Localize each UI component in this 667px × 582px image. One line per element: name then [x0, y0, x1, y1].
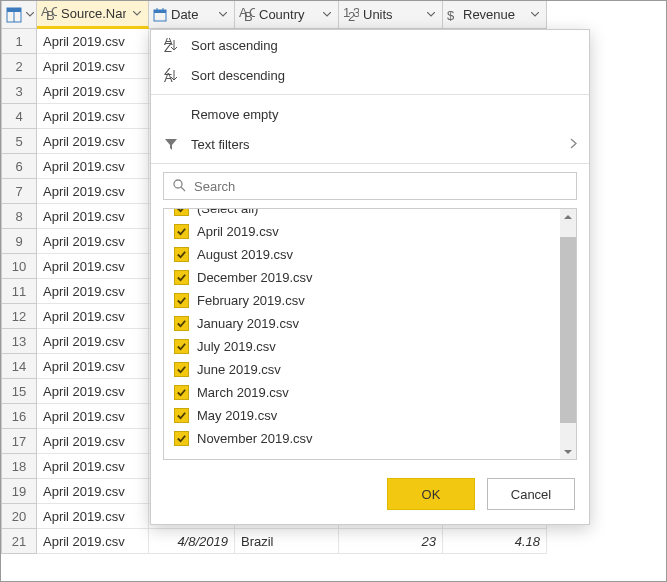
row-number[interactable]: 9 — [1, 229, 37, 254]
sort-descending[interactable]: ZA Sort descending — [151, 60, 589, 90]
column-header-date[interactable]: Date — [149, 1, 235, 29]
row-number[interactable]: 2 — [1, 54, 37, 79]
row-number[interactable]: 21 — [1, 529, 37, 554]
scroll-thumb[interactable] — [560, 237, 576, 423]
cell-date[interactable]: 4/8/2019 — [149, 529, 235, 554]
cell-source[interactable]: April 2019.csv — [37, 404, 149, 429]
row-number[interactable]: 3 — [1, 79, 37, 104]
cell-revenue[interactable]: 4.18 — [443, 529, 547, 554]
cell-source[interactable]: April 2019.csv — [37, 329, 149, 354]
cell-source[interactable]: April 2019.csv — [37, 79, 149, 104]
row-number[interactable]: 14 — [1, 354, 37, 379]
filter-check-item[interactable]: December 2019.csv — [164, 266, 560, 289]
cell-source[interactable]: April 2019.csv — [37, 204, 149, 229]
row-number[interactable]: 11 — [1, 279, 37, 304]
number-type-icon: 123 — [343, 8, 359, 22]
dropdown-icon[interactable] — [130, 7, 144, 21]
row-number[interactable]: 17 — [1, 429, 37, 454]
cell-country[interactable]: Brazil — [235, 529, 339, 554]
filter-check-item[interactable]: March 2019.csv — [164, 381, 560, 404]
filter-check-item[interactable]: February 2019.csv — [164, 289, 560, 312]
row-number[interactable]: 18 — [1, 454, 37, 479]
filter-check-item[interactable]: (Select all) — [164, 209, 560, 220]
cell-source[interactable]: April 2019.csv — [37, 104, 149, 129]
svg-line-22 — [181, 187, 185, 191]
row-number[interactable]: 5 — [1, 129, 37, 154]
cell-source[interactable]: April 2019.csv — [37, 229, 149, 254]
dropdown-icon[interactable] — [320, 8, 334, 22]
row-number[interactable]: 7 — [1, 179, 37, 204]
checkbox-checked-icon[interactable] — [174, 270, 189, 285]
cell-source[interactable]: April 2019.csv — [37, 529, 149, 554]
cell-units[interactable]: 23 — [339, 529, 443, 554]
cell-source[interactable]: April 2019.csv — [37, 54, 149, 79]
cell-source[interactable]: April 2019.csv — [37, 304, 149, 329]
checkbox-checked-icon[interactable] — [174, 408, 189, 423]
cell-source[interactable]: April 2019.csv — [37, 154, 149, 179]
checkbox-checked-icon[interactable] — [174, 293, 189, 308]
corner-header[interactable] — [1, 1, 37, 29]
search-input[interactable] — [194, 179, 568, 194]
column-header-units[interactable]: 123 Units — [339, 1, 443, 29]
row-number[interactable]: 20 — [1, 504, 37, 529]
chevron-right-icon — [570, 137, 577, 152]
cell-source[interactable]: April 2019.csv — [37, 429, 149, 454]
check-label: March 2019.csv — [197, 385, 289, 400]
scrollbar[interactable] — [560, 209, 576, 459]
row-number[interactable]: 4 — [1, 104, 37, 129]
dropdown-icon[interactable] — [216, 8, 230, 22]
row-number[interactable]: 19 — [1, 479, 37, 504]
column-header-source[interactable]: ABC Source.Name — [37, 1, 149, 29]
checkbox-checked-icon[interactable] — [174, 316, 189, 331]
column-header-country[interactable]: ABC Country — [235, 1, 339, 29]
ok-button[interactable]: OK — [387, 478, 475, 510]
checkbox-checked-icon[interactable] — [174, 385, 189, 400]
dropdown-icon[interactable] — [528, 8, 542, 22]
dropdown-icon[interactable] — [26, 8, 34, 22]
checkbox-checked-icon[interactable] — [174, 247, 189, 262]
cell-source[interactable]: April 2019.csv — [37, 29, 149, 54]
text-filters[interactable]: Text filters — [151, 129, 589, 159]
checkbox-checked-icon[interactable] — [174, 224, 189, 239]
cell-source[interactable]: April 2019.csv — [37, 254, 149, 279]
cell-source[interactable]: April 2019.csv — [37, 504, 149, 529]
cell-source[interactable]: April 2019.csv — [37, 479, 149, 504]
cell-source[interactable]: April 2019.csv — [37, 129, 149, 154]
checkbox-checked-icon[interactable] — [174, 339, 189, 354]
scroll-down-icon[interactable] — [560, 443, 576, 459]
row-number[interactable]: 10 — [1, 254, 37, 279]
filter-check-item[interactable]: May 2019.csv — [164, 404, 560, 427]
row-number[interactable]: 12 — [1, 304, 37, 329]
sort-ascending[interactable]: AZ Sort ascending — [151, 30, 589, 60]
row-number[interactable]: 8 — [1, 204, 37, 229]
cancel-button[interactable]: Cancel — [487, 478, 575, 510]
filter-check-item[interactable]: July 2019.csv — [164, 335, 560, 358]
check-label: January 2019.csv — [197, 316, 299, 331]
checkbox-checked-icon[interactable] — [174, 362, 189, 377]
filter-search[interactable] — [163, 172, 577, 200]
checkbox-checked-icon[interactable] — [174, 431, 189, 446]
filter-check-item[interactable]: August 2019.csv — [164, 243, 560, 266]
text-type-icon: ABC — [239, 8, 255, 22]
scroll-up-icon[interactable] — [560, 209, 576, 225]
cell-source[interactable]: April 2019.csv — [37, 279, 149, 304]
cell-source[interactable]: April 2019.csv — [37, 454, 149, 479]
cell-source[interactable]: April 2019.csv — [37, 379, 149, 404]
row-number[interactable]: 16 — [1, 404, 37, 429]
svg-rect-7 — [154, 10, 166, 13]
row-number[interactable]: 1 — [1, 29, 37, 54]
filter-check-item[interactable]: June 2019.csv — [164, 358, 560, 381]
filter-check-item[interactable]: April 2019.csv — [164, 220, 560, 243]
cell-source[interactable]: April 2019.csv — [37, 354, 149, 379]
row-number[interactable]: 6 — [1, 154, 37, 179]
row-number[interactable]: 15 — [1, 379, 37, 404]
remove-empty[interactable]: Remove empty — [151, 99, 589, 129]
filter-check-item[interactable]: January 2019.csv — [164, 312, 560, 335]
cell-source[interactable]: April 2019.csv — [37, 179, 149, 204]
dropdown-icon[interactable] — [424, 8, 438, 22]
checkbox-checked-icon[interactable] — [174, 209, 189, 216]
column-header-revenue[interactable]: $ Revenue — [443, 1, 547, 29]
menu-label: Text filters — [191, 137, 250, 152]
row-number[interactable]: 13 — [1, 329, 37, 354]
filter-check-item[interactable]: November 2019.csv — [164, 427, 560, 450]
